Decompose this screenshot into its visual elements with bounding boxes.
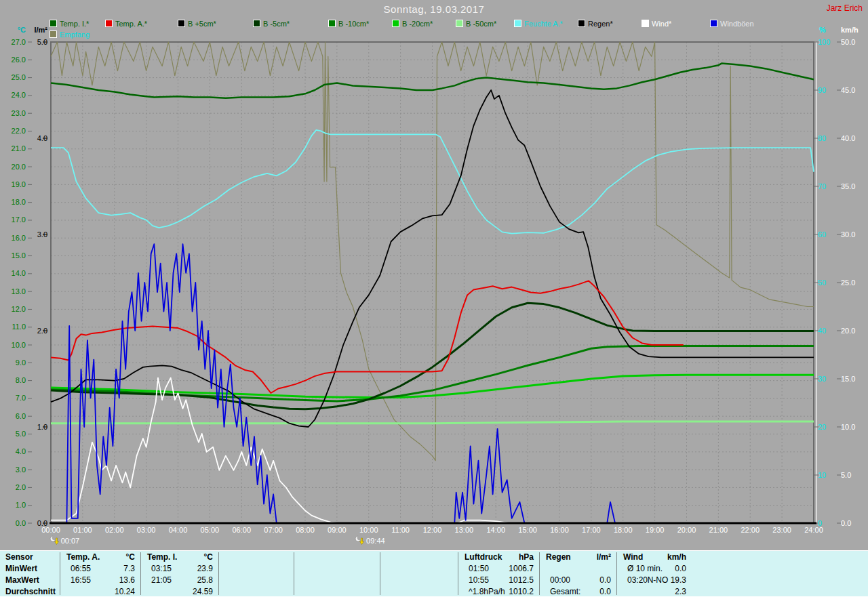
legend-item-b_minus50: B -50cm*	[456, 20, 496, 28]
x-tick-label-time: 16:00	[544, 526, 575, 534]
y-tick-label-rain: 3.0	[27, 230, 47, 239]
stats-row-label: Durchschnitt	[5, 587, 56, 597]
page-title: Sonntag, 19.03.2017	[0, 3, 868, 15]
stats-cell-temp_a-value: 10.24	[66, 587, 135, 597]
y-tick-label-celsius: 5.0	[3, 430, 26, 438]
x-tick-label-time: 15:00	[512, 526, 543, 534]
x-tick-label-time: 01:00	[67, 526, 98, 534]
legend-swatch-wind-icon	[642, 20, 649, 27]
stats-cell-temp_i-value: 24.59	[147, 587, 213, 597]
y-tick-label-percent: 20	[818, 423, 837, 432]
stats-cell-temp_a-value: 13.6	[66, 575, 135, 585]
legend-label-b_minus20: B -20cm*	[402, 20, 433, 28]
y-tick-label-percent: 50	[818, 279, 837, 287]
legend-item-feuchte_a: Feuchte A.*	[514, 20, 563, 28]
x-tick-label-time: 05:00	[194, 526, 225, 534]
y-tick-label-celsius: 21.0	[3, 144, 26, 153]
legend-swatch-b_minus10-icon	[328, 20, 336, 27]
stats-header-unit-temp_i: °C	[147, 552, 213, 562]
x-tick-label-time: 02:00	[99, 526, 130, 534]
legend-label-b_minus50: B -50cm*	[466, 20, 496, 28]
y-tick-label-rain: 5.0	[27, 38, 47, 47]
stats-column-separator	[140, 552, 141, 595]
y-tick-label-percent: 70	[818, 182, 837, 191]
y-tick-label-rain: 4.0	[27, 134, 47, 143]
y-tick-label-percent: 10	[818, 471, 837, 480]
author-name: Jarz Erich	[827, 3, 863, 13]
y-tick-label-celsius: 2.0	[3, 483, 26, 492]
x-tick-label-time: 24:00	[798, 526, 829, 534]
y-tick-label-celsius: 13.0	[3, 287, 26, 296]
legend-item-windboen: Windböen	[710, 20, 754, 28]
y-tick-label-rain: 1.0	[27, 423, 47, 432]
legend-item-b_minus10: B -10cm*	[328, 20, 369, 28]
x-tick-label-time: 08:00	[290, 526, 321, 534]
legend-label-wind: Wind*	[652, 20, 671, 28]
stats-cell-luftdruck-value: 1012.5	[465, 575, 534, 585]
y-tick-label-kmh: 10.0	[841, 423, 865, 432]
y-axis-unit-rain: l/m²	[27, 26, 47, 34]
legend-swatch-empfang-icon	[50, 30, 57, 38]
y-tick-label-celsius: 15.0	[3, 251, 26, 260]
legend-label-empfang: Empfang	[60, 30, 90, 39]
y-tick-label-kmh: 20.0	[841, 327, 865, 335]
stats-cell-luftdruck-value: 1010.2	[465, 587, 534, 597]
y-tick-label-kmh: 35.0	[841, 182, 865, 191]
y-tick-label-rain: 2.0	[27, 327, 47, 335]
moon-arrow-icon	[50, 535, 60, 545]
legend-swatch-b_minus50-icon	[456, 20, 463, 27]
y-tick-label-celsius: 7.0	[3, 394, 26, 403]
stats-column-separator	[218, 552, 219, 595]
legend-label-b_minus5: B -5cm*	[263, 20, 290, 28]
x-tick-label-time: 04:00	[163, 526, 194, 534]
y-tick-label-celsius: 9.0	[3, 358, 26, 367]
stats-column-separator	[294, 552, 294, 595]
y-axis-unit-kmh: km/h	[841, 26, 859, 34]
y-tick-label-percent: 30	[818, 375, 837, 384]
y-tick-label-kmh: 50.0	[841, 38, 865, 47]
weather-app-window: Sonntag, 19.03.2017 Jarz Erich Temp. I.*…	[0, 0, 868, 597]
x-tick-label-time: 06:00	[226, 526, 257, 534]
x-tick-label-time: 00:00	[35, 526, 66, 534]
legend-swatch-regen-icon	[578, 20, 585, 27]
y-tick-label-celsius: 27.0	[3, 38, 26, 47]
y-tick-label-celsius: 16.0	[3, 234, 26, 243]
legend-swatch-b_minus20-icon	[392, 20, 399, 27]
legend-label-windboen: Windböen	[720, 20, 754, 28]
x-tick-label-time: 12:00	[417, 526, 448, 534]
y-tick-label-celsius: 4.0	[3, 447, 26, 456]
x-tick-label-time: 19:00	[639, 526, 671, 534]
legend-item-empfang: Empfang	[50, 30, 90, 39]
stats-header-unit-wind: km/h	[623, 552, 686, 562]
y-tick-label-celsius: 19.0	[3, 180, 26, 189]
x-tick-label-time: 11:00	[385, 526, 416, 534]
legend-swatch-temp_a-icon	[105, 20, 113, 27]
legend-item-b_plus5: B +5cm*	[178, 20, 216, 28]
stats-header-unit-luftdruck: hPa	[465, 552, 534, 562]
legend-swatch-b_minus5-icon	[253, 20, 260, 27]
x-tick-label-time: 14:00	[480, 526, 511, 534]
x-tick-label-time: 07:00	[258, 526, 289, 534]
y-tick-label-celsius: 26.0	[3, 56, 26, 64]
legend-item-temp_i: Temp. I.*	[50, 20, 89, 28]
stats-column-separator	[616, 552, 617, 595]
y-axis-unit-celsius: °C	[4, 26, 26, 34]
x-tick-label-time: 03:00	[131, 526, 162, 534]
y-axis-unit-percent: %	[819, 26, 826, 34]
y-tick-label-celsius: 12.0	[3, 305, 26, 314]
legend-label-feuchte_a: Feuchte A.*	[524, 20, 563, 28]
legend-item-b_minus5: B -5cm*	[253, 20, 290, 28]
stats-cell-temp_i-value: 25.8	[147, 575, 213, 585]
stats-cell-regen-value: 0.0	[546, 575, 611, 585]
y-tick-label-percent: 80	[818, 134, 837, 143]
y-tick-label-celsius: 24.0	[3, 91, 26, 100]
y-tick-label-celsius: 18.0	[3, 198, 26, 207]
legend-item-b_minus20: B -20cm*	[392, 20, 433, 28]
y-tick-label-kmh: 30.0	[841, 230, 865, 239]
y-tick-label-celsius: 20.0	[3, 163, 26, 171]
moon-arrow-icon	[355, 535, 365, 545]
stats-cell-wind-value: N-NO 19.3	[623, 575, 686, 585]
stats-row-label: MinWert	[5, 564, 37, 574]
legend-swatch-feuchte_a-icon	[514, 20, 521, 27]
y-tick-label-kmh: 15.0	[841, 375, 865, 384]
